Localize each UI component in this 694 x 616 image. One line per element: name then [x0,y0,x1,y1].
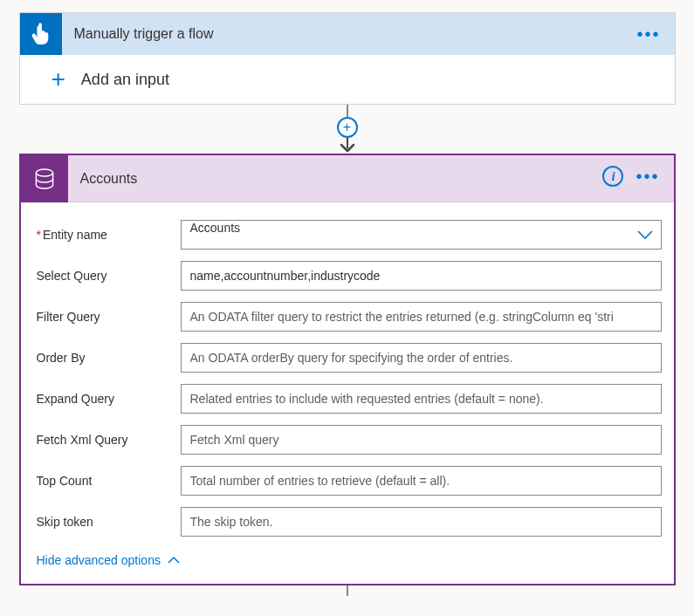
add-step-button[interactable]: + [337,117,358,138]
add-input-button[interactable]: + Add an input [20,55,675,104]
database-icon [32,167,57,191]
skip-token-input[interactable] [181,507,662,537]
field-row-entity-name: *Entity name Accounts [37,220,662,250]
order-by-label: Order By [37,351,181,365]
entity-name-select[interactable]: Accounts [181,220,662,250]
trigger-header[interactable]: Manually trigger a flow ••• [20,13,675,55]
expand-query-input[interactable] [181,384,662,414]
trigger-title: Manually trigger a flow [74,26,214,42]
field-row-skip-token: Skip token [37,507,662,537]
field-row-order-by: Order By [37,343,662,373]
top-count-label: Top Count [37,474,181,488]
svg-point-1 [36,169,52,176]
add-input-label: Add an input [81,71,169,89]
trigger-icon-box [20,13,62,55]
info-icon[interactable]: i [602,166,623,187]
field-row-fetch-xml-query: Fetch Xml Query [37,425,662,455]
field-row-filter-query: Filter Query [37,302,662,332]
required-mark: * [37,228,41,242]
hide-advanced-label: Hide advanced options [37,553,161,567]
connector: + [337,105,358,154]
action-body: *Entity name Accounts Select Query Filte… [21,202,674,584]
top-count-input[interactable] [181,466,662,496]
action-header-actions: i ••• [602,155,659,197]
action-menu-button[interactable]: ••• [636,168,659,185]
chevron-up-icon [168,556,180,565]
trigger-header-actions: ••• [636,13,660,55]
action-header[interactable]: Accounts i ••• [21,155,674,202]
fetch-xml-query-input[interactable] [181,425,662,455]
action-card: Accounts i ••• *Entity name Accounts Sel… [19,154,676,585]
select-query-input[interactable] [181,261,662,291]
trigger-card: Manually trigger a flow ••• + Add an inp… [19,12,676,105]
hide-advanced-toggle[interactable]: Hide advanced options [37,553,180,567]
order-by-input[interactable] [181,343,662,373]
field-row-expand-query: Expand Query [37,384,662,414]
connector-line [347,105,348,117]
filter-query-input[interactable] [181,302,662,332]
field-row-top-count: Top Count [37,466,662,496]
skip-token-label: Skip token [37,515,181,529]
plus-icon: + [52,67,65,92]
expand-query-label: Expand Query [37,392,181,406]
action-title: Accounts [80,171,138,187]
arrow-down-icon [337,136,358,154]
entity-name-label: *Entity name [37,228,181,242]
field-row-select-query: Select Query [37,261,662,291]
action-icon-box [21,155,68,202]
bottom-connector [347,585,348,596]
fetch-xml-query-label: Fetch Xml Query [37,433,181,447]
entity-name-select-wrap: Accounts [181,220,662,250]
select-query-label: Select Query [37,269,181,283]
manual-trigger-icon [31,23,51,45]
trigger-menu-button[interactable]: ••• [636,25,660,43]
filter-query-label: Filter Query [37,310,181,324]
connector-line [347,585,348,596]
